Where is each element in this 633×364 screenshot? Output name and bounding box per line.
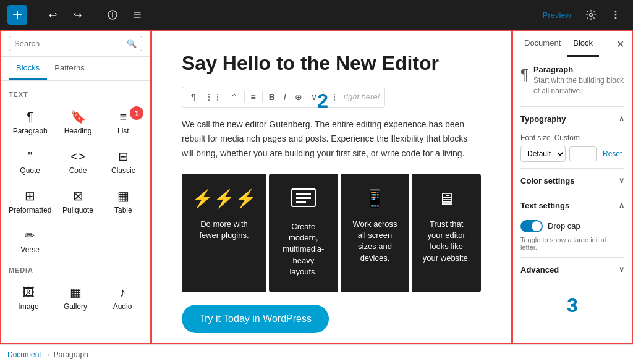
block-item-gallery[interactable]: ▦ Gallery [53, 279, 98, 316]
svg-rect-7 [296, 193, 311, 195]
editor-main-title[interactable]: Say Hello to the New Editor [182, 51, 481, 77]
block-item-code[interactable]: <> Code [56, 143, 99, 180]
right-sidebar: Document Block ✕ ¶ Paragraph Start with … [512, 30, 633, 344]
table-icon: ▦ [117, 188, 129, 203]
custom-font-input[interactable] [569, 146, 597, 161]
color-settings-panel: Color settings ∨ [520, 168, 624, 193]
typography-body: Font size Custom Default Reset [520, 125, 624, 162]
move-up-button[interactable]: ⌃ [227, 90, 242, 104]
feature-text-3: Work across all screen sizes and devices… [350, 219, 400, 264]
main-layout: 🔍 Blocks Patterns 1 TEXT ¶ Paragraph [0, 30, 633, 344]
svg-rect-9 [296, 201, 306, 203]
undo-button[interactable]: ↩ [43, 5, 62, 25]
block-item-classic[interactable]: ⊟ Classic [102, 143, 145, 180]
typography-label: Typography [520, 114, 566, 124]
font-controls-row: Default Reset [520, 146, 624, 162]
reset-font-button[interactable]: Reset [600, 148, 624, 159]
block-item-table[interactable]: ▦ Table [102, 182, 145, 219]
block-item-verse[interactable]: ✏ Verse [6, 222, 54, 259]
block-item-heading[interactable]: 🔖 Heading [56, 103, 99, 140]
more-options-button[interactable] [606, 5, 626, 25]
custom-label: Custom [554, 133, 580, 142]
pullquote-icon: ⊠ [73, 188, 83, 203]
color-settings-label: Color settings [520, 176, 574, 185]
preformatted-icon: ⊞ [25, 188, 35, 203]
text-settings-chevron-icon: ∧ [619, 201, 624, 210]
block-name: Paragraph [533, 65, 624, 74]
top-toolbar: ↩ ↪ Preview [0, 0, 633, 30]
feature-card-3: 📱 Work across all screen sizes and devic… [341, 174, 410, 292]
search-icon: 🔍 [127, 39, 137, 48]
heading-icon: 🔖 [70, 109, 86, 124]
advanced-header[interactable]: Advanced ∨ [520, 264, 624, 276]
block-options-button[interactable]: ⋮ [326, 90, 342, 104]
font-size-label: Font size [520, 133, 551, 142]
classic-label: Classic [111, 166, 135, 175]
sidebar-badge: 1 [130, 106, 143, 120]
editor-badge: 2 [317, 90, 328, 112]
code-label: Code [69, 166, 87, 175]
editor-footer: Gutenberg is available as part of WordPr… [182, 343, 481, 344]
svg-point-4 [615, 14, 617, 16]
tab-patterns[interactable]: Patterns [47, 57, 91, 80]
editor-center: 2 Say Hello to the New Editor ¶ ⋮⋮ ⌃ ≡ B… [151, 30, 512, 344]
block-item-paragraph[interactable]: ¶ Paragraph [6, 103, 54, 140]
feature-grid: ⚡⚡⚡ Do more with fewer plugins. Create m… [182, 174, 481, 292]
toolbar-divider [35, 7, 35, 22]
cta-button[interactable]: Try it Today in WordPress [182, 305, 329, 333]
tab-blocks[interactable]: Blocks [9, 57, 47, 80]
breadcrumb-root[interactable]: Document [7, 350, 41, 359]
italic-button[interactable]: I [280, 90, 290, 104]
block-item-quote[interactable]: " Quote [6, 143, 54, 180]
block-item-audio[interactable]: ♪ Audio [100, 279, 145, 316]
preview-button[interactable]: Preview [538, 11, 576, 20]
tab-block[interactable]: Block [567, 31, 599, 57]
search-wrapper: 🔍 [9, 36, 142, 51]
drop-cap-hint: Toggle to show a large initial letter. [520, 236, 624, 251]
add-block-button[interactable] [7, 5, 27, 25]
editor-formatting-toolbar: ¶ ⋮⋮ ⌃ ≡ B I ⊕ ∨ ⋮ right here! [182, 87, 385, 108]
feature-card-1: ⚡⚡⚡ Do more with fewer plugins. [182, 174, 266, 292]
right-sidebar-tabs: Document Block ✕ [513, 31, 632, 57]
heading-label: Heading [64, 127, 92, 135]
feature-icon-1: ⚡⚡⚡ [192, 188, 257, 209]
close-panel-button[interactable]: ✕ [614, 36, 627, 53]
block-type-button[interactable]: ⋮⋮ [201, 90, 226, 104]
align-button[interactable]: ≡ [247, 90, 260, 104]
table-label: Table [114, 206, 132, 214]
link-button[interactable]: ⊕ [291, 90, 306, 104]
image-label: Image [18, 302, 38, 311]
verse-label: Verse [20, 245, 40, 254]
editor-body-text[interactable]: We call the new editor Gutenberg. The en… [182, 117, 481, 161]
svg-point-2 [590, 14, 593, 17]
block-item-pullquote[interactable]: ⊠ Pullquote [56, 182, 99, 219]
feature-icon-3: 📱 [364, 188, 386, 209]
quote-icon: " [28, 150, 32, 164]
paragraph-format-button[interactable]: ¶ [187, 90, 200, 104]
typography-chevron-icon: ∧ [619, 114, 624, 123]
toolbar-divider2 [95, 7, 95, 22]
settings-button[interactable] [581, 5, 601, 25]
feature-text-4: Trust that your editor looks like your w… [422, 219, 471, 264]
block-item-image[interactable]: 🖼 Image [6, 279, 51, 316]
list-view-button[interactable] [127, 5, 147, 25]
typography-header[interactable]: Typography ∧ [520, 113, 624, 125]
audio-icon: ♪ [119, 286, 125, 300]
drop-cap-toggle[interactable] [520, 220, 543, 232]
block-info-text: Paragraph Start with the building block … [533, 65, 624, 96]
classic-icon: ⊟ [118, 149, 129, 164]
color-settings-header[interactable]: Color settings ∨ [520, 175, 624, 187]
block-item-preformatted[interactable]: ⊞ Preformatted [6, 182, 54, 219]
tab-document[interactable]: Document [518, 31, 567, 57]
text-settings-header[interactable]: Text settings ∧ [520, 200, 624, 211]
font-size-select[interactable]: Default [520, 146, 566, 162]
redo-button[interactable]: ↪ [67, 5, 87, 25]
editor-placeholder: right here! [344, 92, 380, 101]
list-label: List [117, 127, 129, 135]
bold-button[interactable]: B [265, 90, 279, 104]
sidebar-tabs-wrapper: Blocks Patterns 1 [1, 57, 150, 81]
text-settings-panel: Text settings ∧ Drop cap Toggle to show … [520, 193, 624, 257]
verse-icon: ✏ [25, 228, 35, 243]
search-input[interactable] [14, 39, 123, 48]
info-button[interactable] [103, 5, 122, 25]
